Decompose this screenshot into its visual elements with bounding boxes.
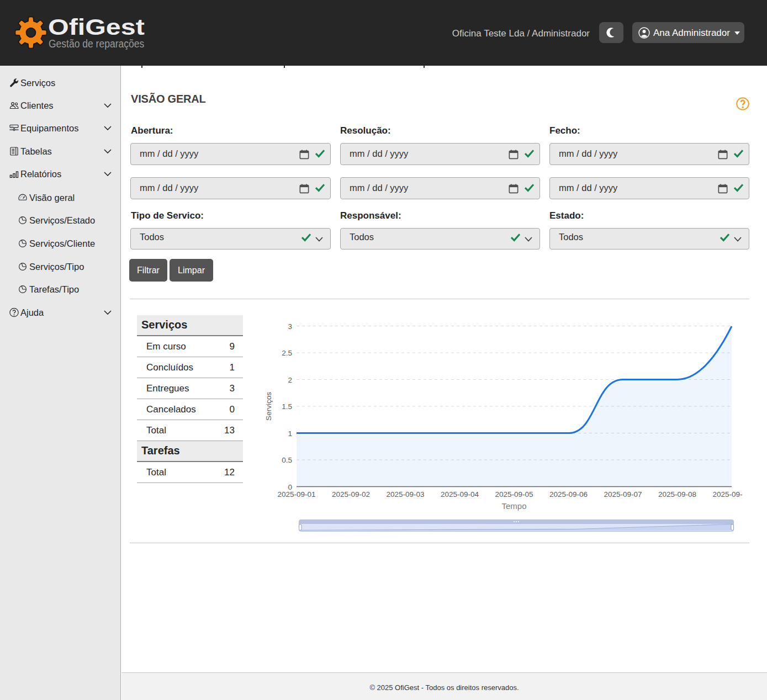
svg-text:3: 3 — [288, 322, 292, 331]
svg-text:Tempo: Tempo — [501, 501, 526, 511]
svg-text:2025-09-05: 2025-09-05 — [495, 490, 533, 499]
svg-text:1.5: 1.5 — [282, 402, 292, 411]
svg-text:0.5: 0.5 — [282, 456, 292, 464]
svg-text:2025-09-08: 2025-09-08 — [658, 490, 696, 499]
svg-text:1: 1 — [288, 429, 292, 438]
svg-text:2: 2 — [288, 376, 292, 384]
svg-text:2025-09-01: 2025-09-01 — [277, 490, 315, 499]
svg-text:Serviços: Serviços — [265, 392, 273, 421]
svg-text:2.5: 2.5 — [282, 349, 292, 357]
svg-text:2025-09-03: 2025-09-03 — [386, 490, 424, 499]
svg-text:2025-09-07: 2025-09-07 — [604, 490, 642, 499]
svg-text:2025-09-04: 2025-09-04 — [441, 490, 479, 499]
svg-text:2025-09-09: 2025-09-09 — [712, 490, 743, 499]
svg-text:2025-09-06: 2025-09-06 — [549, 490, 588, 499]
svg-text:2025-09-02: 2025-09-02 — [332, 490, 370, 499]
